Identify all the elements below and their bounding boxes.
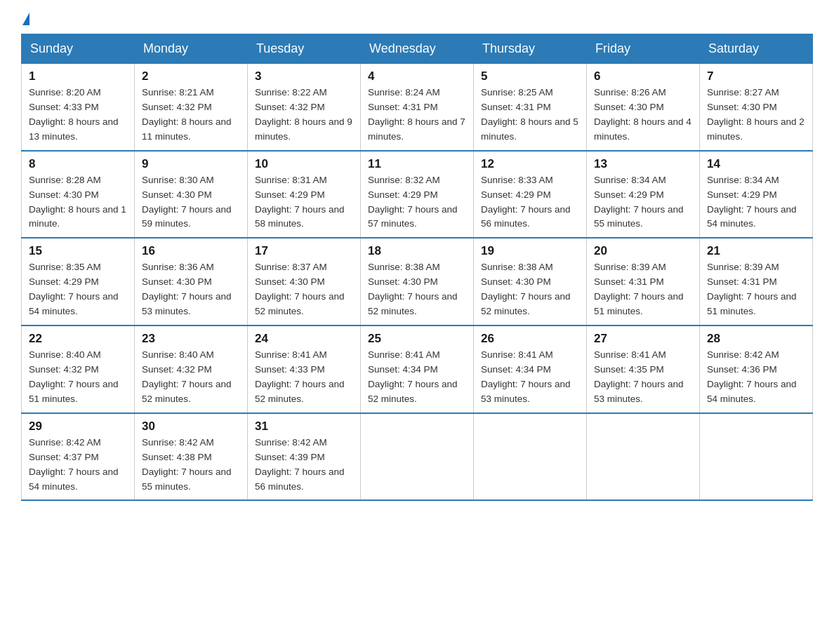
day-number: 23: [142, 332, 240, 346]
day-info: Sunrise: 8:41 AMSunset: 4:34 PMDaylight:…: [368, 348, 466, 407]
calendar-cell: 29Sunrise: 8:42 AMSunset: 4:37 PMDayligh…: [22, 413, 135, 501]
calendar-cell: 23Sunrise: 8:40 AMSunset: 4:32 PMDayligh…: [135, 326, 248, 413]
calendar-cell: 16Sunrise: 8:36 AMSunset: 4:30 PMDayligh…: [135, 238, 248, 326]
calendar-week-row: 22Sunrise: 8:40 AMSunset: 4:32 PMDayligh…: [22, 326, 813, 413]
day-info: Sunrise: 8:40 AMSunset: 4:32 PMDaylight:…: [142, 348, 240, 407]
day-info: Sunrise: 8:34 AMSunset: 4:29 PMDaylight:…: [594, 173, 692, 232]
calendar-body: 1Sunrise: 8:20 AMSunset: 4:33 PMDaylight…: [22, 64, 813, 501]
calendar-cell: 27Sunrise: 8:41 AMSunset: 4:35 PMDayligh…: [587, 326, 700, 413]
calendar-cell: 22Sunrise: 8:40 AMSunset: 4:32 PMDayligh…: [22, 326, 135, 413]
calendar-cell: 31Sunrise: 8:42 AMSunset: 4:39 PMDayligh…: [248, 413, 361, 501]
calendar-week-row: 29Sunrise: 8:42 AMSunset: 4:37 PMDayligh…: [22, 413, 813, 501]
calendar-cell: 8Sunrise: 8:28 AMSunset: 4:30 PMDaylight…: [22, 151, 135, 239]
calendar-cell: 5Sunrise: 8:25 AMSunset: 4:31 PMDaylight…: [474, 64, 587, 151]
calendar-table: SundayMondayTuesdayWednesdayThursdayFrid…: [21, 34, 813, 501]
calendar-cell: 15Sunrise: 8:35 AMSunset: 4:29 PMDayligh…: [22, 238, 135, 326]
weekday-header-saturday: Saturday: [700, 34, 813, 64]
day-number: 17: [255, 244, 353, 258]
calendar-week-row: 1Sunrise: 8:20 AMSunset: 4:33 PMDaylight…: [22, 64, 813, 151]
day-info: Sunrise: 8:34 AMSunset: 4:29 PMDaylight:…: [707, 173, 805, 232]
day-info: Sunrise: 8:39 AMSunset: 4:31 PMDaylight:…: [707, 260, 805, 319]
logo: [21, 14, 31, 27]
calendar-cell: 24Sunrise: 8:41 AMSunset: 4:33 PMDayligh…: [248, 326, 361, 413]
day-info: Sunrise: 8:37 AMSunset: 4:30 PMDaylight:…: [255, 260, 353, 319]
weekday-header-wednesday: Wednesday: [361, 34, 474, 64]
day-number: 26: [481, 332, 579, 346]
day-info: Sunrise: 8:42 AMSunset: 4:37 PMDaylight:…: [29, 436, 127, 495]
day-info: Sunrise: 8:25 AMSunset: 4:31 PMDaylight:…: [481, 86, 579, 145]
day-info: Sunrise: 8:28 AMSunset: 4:30 PMDaylight:…: [29, 173, 127, 232]
calendar-cell: 11Sunrise: 8:32 AMSunset: 4:29 PMDayligh…: [361, 151, 474, 239]
calendar-cell: 26Sunrise: 8:41 AMSunset: 4:34 PMDayligh…: [474, 326, 587, 413]
day-info: Sunrise: 8:20 AMSunset: 4:33 PMDaylight:…: [29, 86, 127, 145]
day-number: 24: [255, 332, 353, 346]
day-info: Sunrise: 8:30 AMSunset: 4:30 PMDaylight:…: [142, 173, 240, 232]
day-number: 19: [481, 244, 579, 258]
day-number: 22: [29, 332, 127, 346]
calendar-cell: 4Sunrise: 8:24 AMSunset: 4:31 PMDaylight…: [361, 64, 474, 151]
day-number: 3: [255, 69, 353, 83]
day-info: Sunrise: 8:26 AMSunset: 4:30 PMDaylight:…: [594, 86, 692, 145]
calendar-cell: 2Sunrise: 8:21 AMSunset: 4:32 PMDaylight…: [135, 64, 248, 151]
day-number: 11: [368, 157, 466, 171]
day-number: 20: [594, 244, 692, 258]
day-number: 12: [481, 157, 579, 171]
day-info: Sunrise: 8:22 AMSunset: 4:32 PMDaylight:…: [255, 86, 353, 145]
day-info: Sunrise: 8:41 AMSunset: 4:33 PMDaylight:…: [255, 348, 353, 407]
calendar-cell: 17Sunrise: 8:37 AMSunset: 4:30 PMDayligh…: [248, 238, 361, 326]
calendar-cell: [587, 413, 700, 501]
day-number: 6: [594, 69, 692, 83]
day-number: 4: [368, 69, 466, 83]
day-number: 5: [481, 69, 579, 83]
calendar-cell: 21Sunrise: 8:39 AMSunset: 4:31 PMDayligh…: [700, 238, 813, 326]
day-number: 15: [29, 244, 127, 258]
calendar-cell: 12Sunrise: 8:33 AMSunset: 4:29 PMDayligh…: [474, 151, 587, 239]
day-info: Sunrise: 8:21 AMSunset: 4:32 PMDaylight:…: [142, 86, 240, 145]
calendar-cell: 6Sunrise: 8:26 AMSunset: 4:30 PMDaylight…: [587, 64, 700, 151]
calendar-week-row: 15Sunrise: 8:35 AMSunset: 4:29 PMDayligh…: [22, 238, 813, 326]
weekday-header-tuesday: Tuesday: [248, 34, 361, 64]
day-info: Sunrise: 8:27 AMSunset: 4:30 PMDaylight:…: [707, 86, 805, 145]
calendar-cell: 10Sunrise: 8:31 AMSunset: 4:29 PMDayligh…: [248, 151, 361, 239]
calendar-cell: [700, 413, 813, 501]
calendar-cell: 20Sunrise: 8:39 AMSunset: 4:31 PMDayligh…: [587, 238, 700, 326]
day-number: 18: [368, 244, 466, 258]
logo-line1: [21, 14, 31, 27]
day-info: Sunrise: 8:31 AMSunset: 4:29 PMDaylight:…: [255, 173, 353, 232]
calendar-cell: 7Sunrise: 8:27 AMSunset: 4:30 PMDaylight…: [700, 64, 813, 151]
day-info: Sunrise: 8:38 AMSunset: 4:30 PMDaylight:…: [368, 260, 466, 319]
day-info: Sunrise: 8:38 AMSunset: 4:30 PMDaylight:…: [481, 260, 579, 319]
calendar-cell: [361, 413, 474, 501]
day-info: Sunrise: 8:40 AMSunset: 4:32 PMDaylight:…: [29, 348, 127, 407]
day-info: Sunrise: 8:42 AMSunset: 4:39 PMDaylight:…: [255, 436, 353, 495]
day-number: 29: [29, 420, 127, 434]
calendar-cell: 1Sunrise: 8:20 AMSunset: 4:33 PMDaylight…: [22, 64, 135, 151]
day-number: 25: [368, 332, 466, 346]
calendar-cell: 3Sunrise: 8:22 AMSunset: 4:32 PMDaylight…: [248, 64, 361, 151]
day-info: Sunrise: 8:41 AMSunset: 4:34 PMDaylight:…: [481, 348, 579, 407]
day-number: 16: [142, 244, 240, 258]
day-number: 31: [255, 420, 353, 434]
weekday-header-sunday: Sunday: [22, 34, 135, 64]
day-info: Sunrise: 8:33 AMSunset: 4:29 PMDaylight:…: [481, 173, 579, 232]
calendar-cell: 30Sunrise: 8:42 AMSunset: 4:38 PMDayligh…: [135, 413, 248, 501]
day-info: Sunrise: 8:36 AMSunset: 4:30 PMDaylight:…: [142, 260, 240, 319]
page-header: [21, 14, 813, 27]
calendar-cell: 9Sunrise: 8:30 AMSunset: 4:30 PMDaylight…: [135, 151, 248, 239]
calendar-cell: 18Sunrise: 8:38 AMSunset: 4:30 PMDayligh…: [361, 238, 474, 326]
day-number: 1: [29, 69, 127, 83]
calendar-cell: 25Sunrise: 8:41 AMSunset: 4:34 PMDayligh…: [361, 326, 474, 413]
day-number: 13: [594, 157, 692, 171]
day-number: 14: [707, 157, 805, 171]
calendar-cell: 28Sunrise: 8:42 AMSunset: 4:36 PMDayligh…: [700, 326, 813, 413]
day-number: 8: [29, 157, 127, 171]
calendar-cell: 14Sunrise: 8:34 AMSunset: 4:29 PMDayligh…: [700, 151, 813, 239]
day-info: Sunrise: 8:42 AMSunset: 4:38 PMDaylight:…: [142, 436, 240, 495]
day-number: 28: [707, 332, 805, 346]
weekday-header-monday: Monday: [135, 34, 248, 64]
day-number: 30: [142, 420, 240, 434]
day-number: 7: [707, 69, 805, 83]
day-info: Sunrise: 8:42 AMSunset: 4:36 PMDaylight:…: [707, 348, 805, 407]
calendar-week-row: 8Sunrise: 8:28 AMSunset: 4:30 PMDaylight…: [22, 151, 813, 239]
day-number: 21: [707, 244, 805, 258]
